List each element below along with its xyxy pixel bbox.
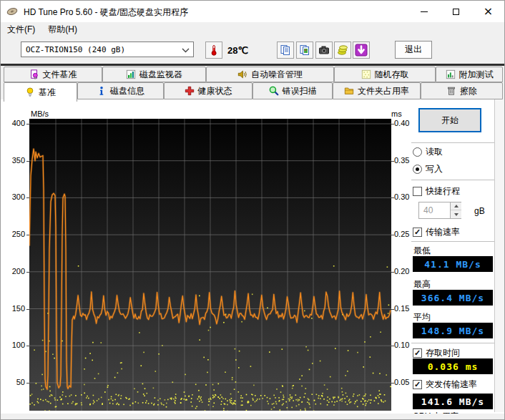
spinner-up-icon [454, 205, 459, 207]
y-axis-tick-label: 400 [5, 119, 25, 127]
tab-random-access[interactable]: 随机存取 [334, 67, 436, 82]
panel-edge-fill [495, 99, 505, 412]
ms-axis-tick-label: 0.25 [394, 230, 409, 238]
camera-icon [318, 44, 330, 56]
tab-label: 文件夹占用率 [358, 85, 409, 97]
window-title: HD Tune Pro 5.60 - 硬盘/固态硬盘实用程序 [24, 6, 188, 19]
write-radio[interactable] [413, 165, 422, 174]
disk-stack-icon [337, 44, 348, 56]
ms-axis-tick-label: 0.30 [394, 192, 409, 201]
close-button[interactable]: × [472, 1, 504, 22]
app-icon [6, 6, 18, 17]
tab-aam[interactable]: 自动噪音管理 [206, 67, 334, 82]
access-time-label: 存取时间 [426, 347, 460, 359]
short-stroke-checkbox[interactable] [413, 187, 422, 196]
temperature-value: 28℃ [227, 45, 248, 56]
copy-image-icon [299, 44, 310, 56]
right-axis-unit: ms [391, 109, 402, 118]
tick-mark [391, 235, 394, 235]
screenshot-button[interactable] [315, 41, 333, 59]
tab-erase[interactable]: 擦除 [421, 82, 503, 99]
read-radio[interactable] [413, 147, 422, 157]
tab-error-scan[interactable]: 错误扫描 [252, 82, 333, 99]
titlebar: HD Tune Pro 5.60 - 硬盘/固态硬盘实用程序 × [1, 1, 504, 22]
tab-label: 擦除 [460, 85, 477, 97]
menu-file[interactable]: 文件(F) [1, 22, 41, 37]
temperature-button[interactable] [205, 41, 222, 59]
tick-mark [391, 124, 394, 124]
min-label: 最低 [413, 245, 431, 257]
benchmark-plot [29, 119, 391, 411]
toolbar: OCZ-TRION150 (240 gB) 28℃ [1, 36, 504, 64]
spinner-buttons [450, 202, 461, 218]
max-speed-value: 366.4 MB/s [413, 290, 493, 306]
spinner-up-button[interactable] [451, 202, 461, 210]
spinner-down-icon [454, 213, 459, 216]
write-option[interactable]: 写入 [413, 163, 443, 175]
burst-rate-checkbox[interactable]: ✓ [413, 380, 422, 389]
tab-folder-usage[interactable]: 文件夹占用率 [333, 82, 421, 99]
read-label: 读取 [426, 146, 443, 158]
transfer-rate-label: 传输速率 [426, 226, 460, 238]
save-results-button[interactable] [334, 41, 351, 59]
y-axis-tick-label: 250 [5, 230, 25, 238]
capacity-value: 40 [423, 205, 433, 215]
update-button[interactable] [353, 41, 370, 59]
file-benchmark-icon [29, 69, 39, 79]
ms-axis-tick-label: 0.05 [394, 378, 409, 386]
tab-benchmark[interactable]: 基准 [4, 82, 77, 102]
extra-tests-icon [446, 69, 456, 79]
drive-select[interactable]: OCZ-TRION150 (240 gB) [21, 41, 194, 57]
tab-extra-tests[interactable]: 附加测试 [436, 67, 503, 82]
tab-disk-info[interactable]: 磁盘信息 [77, 82, 164, 99]
download-arrow-icon [355, 44, 368, 57]
separator [411, 180, 494, 180]
ms-axis-tick-label: 0.40 [394, 119, 409, 127]
menu-help[interactable]: 帮助(H) [41, 22, 84, 37]
transfer-rate-option[interactable]: ✓ 传输速率 [413, 226, 460, 238]
read-option[interactable]: 读取 [413, 146, 443, 158]
ms-axis-tick-label: 0.20 [394, 267, 409, 275]
spinner-down-button[interactable] [451, 210, 461, 218]
access-time-option[interactable]: ✓ 存取时间 [413, 347, 460, 359]
burst-rate-option[interactable]: ✓ 突发传输速率 [413, 379, 477, 391]
ms-axis-tick-label: 0.15 [394, 304, 409, 313]
burst-rate-value: 141.6 MB/s [413, 394, 493, 409]
start-button-label: 开始 [441, 114, 459, 127]
folder-icon [344, 86, 354, 96]
random-access-icon [361, 69, 371, 79]
y-axis-tick-label: 300 [5, 192, 25, 201]
tab-label: 自动噪音管理 [251, 69, 303, 81]
tab-label: 基准 [39, 87, 56, 99]
capacity-spinner[interactable]: 40 [418, 202, 461, 219]
transfer-rate-checkbox[interactable]: ✓ [413, 228, 422, 237]
copy-text-button[interactable] [277, 41, 294, 59]
disk-monitor-icon [126, 69, 136, 79]
tab-label: 错误扫描 [283, 85, 317, 97]
access-time-checkbox[interactable]: ✓ [413, 348, 422, 358]
tab-health[interactable]: 健康状态 [164, 82, 252, 99]
tab-disk-monitor[interactable]: 磁盘监视器 [102, 67, 206, 82]
exit-button[interactable]: 退出 [395, 41, 432, 59]
tab-label: 附加测试 [459, 69, 494, 81]
avg-speed-value: 148.9 MB/s [413, 323, 493, 338]
trash-icon [446, 86, 456, 96]
tick-mark [391, 197, 394, 198]
y-axis-tick-label: 50 [5, 378, 25, 386]
tab-file-benchmark[interactable]: 文件基准 [4, 67, 102, 82]
copy-image-button[interactable] [296, 41, 313, 59]
error-scan-icon [269, 86, 279, 96]
short-stroke-option[interactable]: 快捷行程 [413, 185, 460, 197]
capacity-unit: gB [474, 206, 485, 216]
y-axis-tick-label: 100 [5, 341, 25, 349]
minimize-icon [421, 11, 428, 12]
separator [411, 142, 494, 143]
minimize-button[interactable] [408, 1, 440, 22]
burst-rate-label: 突发传输速率 [426, 379, 477, 391]
short-stroke-label: 快捷行程 [426, 185, 460, 197]
speaker-icon [237, 69, 247, 79]
avg-label: 平均 [413, 311, 431, 323]
maximize-button[interactable] [440, 1, 472, 22]
start-button[interactable]: 开始 [418, 108, 481, 132]
tick-mark [391, 383, 394, 384]
